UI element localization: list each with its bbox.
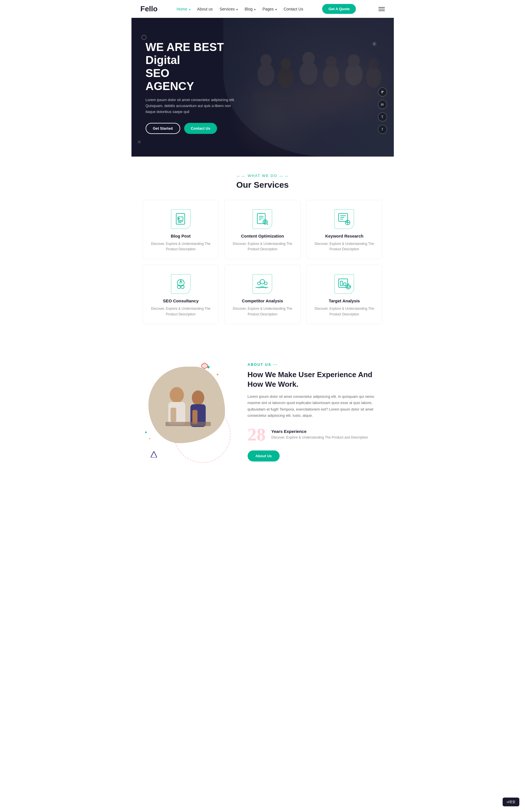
service-name-competitor: Competitor Analysis (231, 298, 294, 303)
about-section: ✦ ✦ ✦ ✦ ABOUT US How We Make User Experi… (132, 341, 394, 483)
nav-about[interactable]: About us (197, 7, 213, 11)
sparkle-3: ✦ (144, 430, 148, 435)
sparkle-2: ✦ (216, 372, 219, 377)
hero-section: ✳ ✕ WE ARE BEST Digital SEO AGENCY Lorem… (132, 18, 394, 157)
nav-links: Home ▾ About us Services ▾ Blog ▾ Pages … (177, 6, 303, 12)
about-stats: 28 Years Experience Discover, Explore & … (247, 425, 382, 444)
hero-description: Lorem ipsum dolor sit amet consectetur a… (146, 97, 242, 115)
svg-point-52 (170, 387, 184, 403)
service-name-blog: Blog Post (150, 234, 212, 238)
deco-triangle (151, 451, 157, 459)
nav-services[interactable]: Services ▾ (220, 7, 238, 11)
service-desc-target: Discover, Explore & Understanding The Pr… (313, 306, 375, 317)
service-card-seo: SEO Consultancy Discover, Explore & Unde… (143, 265, 219, 324)
services-label: WHAT WE DO (143, 174, 382, 178)
service-name-content: Content Optimization (231, 234, 294, 238)
service-card-content: Content Optimization Discover, Explore &… (224, 200, 301, 259)
svg-marker-60 (202, 363, 207, 369)
hero-buttons: Get Started Contact Us (146, 123, 247, 134)
service-card-target: Target Analysis Discover, Explore & Unde… (306, 265, 382, 324)
services-title: Our Services (143, 180, 382, 190)
linkedin-icon[interactable]: in (378, 100, 387, 109)
service-card-keyword: Keyword Research Discover, Explore & Und… (306, 200, 382, 259)
about-blob (148, 366, 225, 443)
twitter-icon[interactable]: 𝕋 (378, 112, 387, 122)
services-grid: Blog Post Discover, Explore & Understand… (143, 200, 382, 324)
stat-desc: Discover, Explore & Understanding The Pr… (271, 435, 368, 440)
get-quote-button[interactable]: Get A Quote (322, 4, 356, 14)
facebook-icon[interactable]: f (378, 125, 387, 134)
svg-marker-61 (151, 451, 157, 457)
contact-us-button[interactable]: Contact Us (184, 123, 217, 134)
service-desc-competitor: Discover, Explore & Understanding The Pr… (231, 306, 294, 317)
hero-title: WE ARE BEST Digital SEO AGENCY (146, 41, 247, 93)
about-description: Lorem ipsum dolor sit amet consectetur a… (247, 393, 382, 419)
stat-number: 28 (247, 425, 266, 444)
target-icon-wrap (334, 274, 354, 294)
about-content: ABOUT US How We Make User Experience And… (247, 362, 382, 462)
nav-blog[interactable]: Blog ▾ (244, 7, 256, 11)
about-image-wrap: ✦ ✦ ✦ ✦ (143, 358, 234, 466)
content-icon-wrap (252, 209, 272, 229)
svg-point-55 (192, 390, 204, 405)
service-desc-keyword: Discover, Explore & Understanding The Pr… (313, 241, 375, 252)
competitor-icon-wrap (252, 274, 272, 294)
hamburger-menu[interactable] (378, 7, 385, 11)
about-us-button[interactable]: About Us (247, 451, 280, 462)
service-card-competitor: Competitor Analysis Discover, Explore & … (224, 265, 301, 324)
service-desc-seo: Discover, Explore & Understanding The Pr… (150, 306, 212, 317)
pinterest-icon[interactable]: 𝐏 (378, 88, 387, 96)
svg-rect-54 (170, 408, 176, 422)
service-card-blog: Blog Post Discover, Explore & Understand… (143, 200, 219, 259)
deco-asterisk: ✳ (372, 41, 377, 48)
svg-rect-50 (148, 366, 225, 443)
service-name-target: Target Analysis (313, 298, 375, 303)
sparkle-4: ✦ (148, 437, 151, 440)
nav-home[interactable]: Home ▾ (177, 7, 190, 11)
service-desc-blog: Discover, Explore & Understanding The Pr… (150, 241, 212, 252)
logo[interactable]: Fello (140, 4, 158, 13)
blog-icon-wrap (171, 209, 191, 229)
navbar: Fello Home ▾ About us Services ▾ Blog ▾ … (132, 0, 394, 18)
seo-icon-wrap (171, 274, 191, 294)
service-name-seo: SEO Consultancy (150, 298, 212, 303)
service-desc-content: Discover, Explore & Understanding The Pr… (231, 241, 294, 252)
stat-title: Years Experience (271, 429, 368, 434)
social-icons: 𝐏 in 𝕋 f (378, 88, 387, 134)
stat-info: Years Experience Discover, Explore & Und… (271, 429, 368, 440)
keyword-icon-wrap (334, 209, 354, 229)
get-started-button[interactable]: Get Started (146, 123, 180, 134)
services-section: WHAT WE DO Our Services Blog Post Discov… (132, 157, 394, 341)
nav-contact[interactable]: Contact Us (284, 7, 303, 11)
hero-content: WE ARE BEST Digital SEO AGENCY Lorem ips… (132, 24, 262, 151)
deco-gem (201, 362, 208, 370)
about-label: ABOUT US (247, 362, 382, 366)
svg-rect-58 (165, 422, 211, 426)
service-name-keyword: Keyword Research (313, 234, 375, 238)
nav-pages[interactable]: Pages ▾ (262, 7, 277, 11)
about-people-svg (148, 366, 225, 443)
about-title: How We Make User Experience And How We W… (247, 370, 382, 389)
